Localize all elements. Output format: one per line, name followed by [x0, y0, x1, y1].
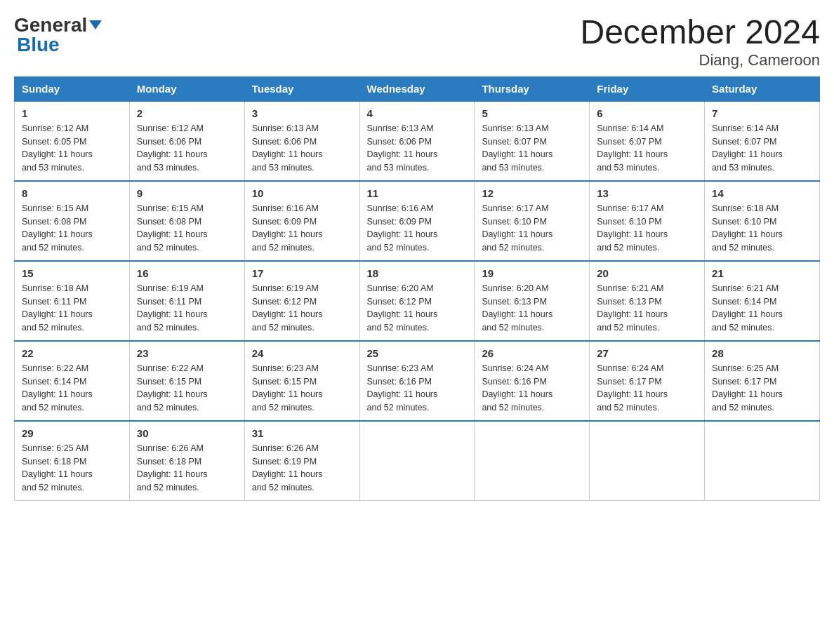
day-number: 7: [712, 107, 812, 119]
table-row: 7 Sunrise: 6:14 AM Sunset: 6:07 PM Dayli…: [705, 101, 820, 181]
table-row: 8 Sunrise: 6:15 AM Sunset: 6:08 PM Dayli…: [15, 181, 130, 261]
day-number: 27: [597, 347, 697, 359]
table-row: 14 Sunrise: 6:18 AM Sunset: 6:10 PM Dayl…: [705, 181, 820, 261]
col-saturday: Saturday: [705, 76, 820, 101]
day-number: 14: [712, 187, 812, 199]
page-subtitle: Diang, Cameroon: [580, 51, 820, 69]
day-info: Sunrise: 6:26 AM Sunset: 6:18 PM Dayligh…: [137, 442, 237, 495]
table-row: 25 Sunrise: 6:23 AM Sunset: 6:16 PM Dayl…: [359, 341, 475, 421]
day-number: 4: [367, 107, 468, 119]
table-row: [359, 421, 475, 501]
page-title: December 2024: [580, 14, 820, 51]
day-number: 2: [137, 107, 237, 119]
calendar-week-row: 1 Sunrise: 6:12 AM Sunset: 6:05 PM Dayli…: [15, 101, 820, 181]
table-row: 10 Sunrise: 6:16 AM Sunset: 6:09 PM Dayl…: [244, 181, 359, 261]
table-row: 16 Sunrise: 6:19 AM Sunset: 6:11 PM Dayl…: [129, 261, 244, 341]
day-number: 3: [252, 107, 352, 119]
table-row: 5 Sunrise: 6:13 AM Sunset: 6:07 PM Dayli…: [475, 101, 590, 181]
day-number: 1: [22, 107, 122, 119]
day-number: 10: [252, 187, 352, 199]
table-row: 26 Sunrise: 6:24 AM Sunset: 6:16 PM Dayl…: [475, 341, 590, 421]
day-number: 21: [712, 267, 812, 279]
table-row: 4 Sunrise: 6:13 AM Sunset: 6:06 PM Dayli…: [359, 101, 475, 181]
table-row: 17 Sunrise: 6:19 AM Sunset: 6:12 PM Dayl…: [244, 261, 359, 341]
day-info: Sunrise: 6:16 AM Sunset: 6:09 PM Dayligh…: [367, 202, 468, 255]
day-info: Sunrise: 6:19 AM Sunset: 6:11 PM Dayligh…: [137, 282, 237, 335]
day-info: Sunrise: 6:12 AM Sunset: 6:06 PM Dayligh…: [137, 122, 237, 175]
table-row: 23 Sunrise: 6:22 AM Sunset: 6:15 PM Dayl…: [129, 341, 244, 421]
day-number: 5: [482, 107, 582, 119]
calendar-week-row: 22 Sunrise: 6:22 AM Sunset: 6:14 PM Dayl…: [15, 341, 820, 421]
day-number: 6: [597, 107, 697, 119]
table-row: 29 Sunrise: 6:25 AM Sunset: 6:18 PM Dayl…: [15, 421, 130, 501]
table-row: 30 Sunrise: 6:26 AM Sunset: 6:18 PM Dayl…: [129, 421, 244, 501]
table-row: 9 Sunrise: 6:15 AM Sunset: 6:08 PM Dayli…: [129, 181, 244, 261]
day-number: 30: [137, 427, 237, 439]
col-sunday: Sunday: [15, 76, 130, 101]
day-number: 24: [252, 347, 352, 359]
day-number: 26: [482, 347, 582, 359]
table-row: 2 Sunrise: 6:12 AM Sunset: 6:06 PM Dayli…: [129, 101, 244, 181]
calendar-week-row: 29 Sunrise: 6:25 AM Sunset: 6:18 PM Dayl…: [15, 421, 820, 501]
day-info: Sunrise: 6:13 AM Sunset: 6:06 PM Dayligh…: [252, 122, 352, 175]
table-row: 21 Sunrise: 6:21 AM Sunset: 6:14 PM Dayl…: [705, 261, 820, 341]
day-number: 17: [252, 267, 352, 279]
day-number: 18: [367, 267, 468, 279]
table-row: 27 Sunrise: 6:24 AM Sunset: 6:17 PM Dayl…: [590, 341, 705, 421]
day-info: Sunrise: 6:20 AM Sunset: 6:12 PM Dayligh…: [367, 282, 468, 335]
table-row: [590, 421, 705, 501]
page-header: General Blue December 2024 Diang, Camero…: [14, 14, 820, 69]
day-info: Sunrise: 6:23 AM Sunset: 6:15 PM Dayligh…: [252, 362, 352, 415]
table-row: 1 Sunrise: 6:12 AM Sunset: 6:05 PM Dayli…: [15, 101, 130, 181]
day-info: Sunrise: 6:14 AM Sunset: 6:07 PM Dayligh…: [712, 122, 812, 175]
day-number: 13: [597, 187, 697, 199]
day-info: Sunrise: 6:12 AM Sunset: 6:05 PM Dayligh…: [22, 122, 122, 175]
day-info: Sunrise: 6:18 AM Sunset: 6:10 PM Dayligh…: [712, 202, 812, 255]
day-number: 12: [482, 187, 582, 199]
day-info: Sunrise: 6:15 AM Sunset: 6:08 PM Dayligh…: [137, 202, 237, 255]
day-number: 16: [137, 267, 237, 279]
day-info: Sunrise: 6:19 AM Sunset: 6:12 PM Dayligh…: [252, 282, 352, 335]
table-row: 22 Sunrise: 6:22 AM Sunset: 6:14 PM Dayl…: [15, 341, 130, 421]
table-row: 3 Sunrise: 6:13 AM Sunset: 6:06 PM Dayli…: [244, 101, 359, 181]
col-monday: Monday: [129, 76, 244, 101]
col-tuesday: Tuesday: [244, 76, 359, 101]
logo: General Blue: [14, 14, 102, 56]
day-info: Sunrise: 6:17 AM Sunset: 6:10 PM Dayligh…: [597, 202, 697, 255]
day-number: 15: [22, 267, 122, 279]
day-number: 22: [22, 347, 122, 359]
calendar-week-row: 8 Sunrise: 6:15 AM Sunset: 6:08 PM Dayli…: [15, 181, 820, 261]
day-number: 31: [252, 427, 352, 439]
calendar-table: Sunday Monday Tuesday Wednesday Thursday…: [14, 76, 820, 501]
table-row: 24 Sunrise: 6:23 AM Sunset: 6:15 PM Dayl…: [244, 341, 359, 421]
col-wednesday: Wednesday: [359, 76, 475, 101]
day-number: 20: [597, 267, 697, 279]
logo-triangle-icon: [89, 20, 102, 29]
day-info: Sunrise: 6:13 AM Sunset: 6:07 PM Dayligh…: [482, 122, 582, 175]
day-info: Sunrise: 6:18 AM Sunset: 6:11 PM Dayligh…: [22, 282, 122, 335]
day-info: Sunrise: 6:21 AM Sunset: 6:13 PM Dayligh…: [597, 282, 697, 335]
day-info: Sunrise: 6:24 AM Sunset: 6:17 PM Dayligh…: [597, 362, 697, 415]
table-row: 12 Sunrise: 6:17 AM Sunset: 6:10 PM Dayl…: [475, 181, 590, 261]
day-info: Sunrise: 6:25 AM Sunset: 6:17 PM Dayligh…: [712, 362, 812, 415]
table-row: 20 Sunrise: 6:21 AM Sunset: 6:13 PM Dayl…: [590, 261, 705, 341]
table-row: 31 Sunrise: 6:26 AM Sunset: 6:19 PM Dayl…: [244, 421, 359, 501]
day-number: 25: [367, 347, 468, 359]
day-number: 23: [137, 347, 237, 359]
day-number: 28: [712, 347, 812, 359]
day-number: 19: [482, 267, 582, 279]
day-info: Sunrise: 6:16 AM Sunset: 6:09 PM Dayligh…: [252, 202, 352, 255]
table-row: 6 Sunrise: 6:14 AM Sunset: 6:07 PM Dayli…: [590, 101, 705, 181]
table-row: 18 Sunrise: 6:20 AM Sunset: 6:12 PM Dayl…: [359, 261, 475, 341]
day-number: 9: [137, 187, 237, 199]
table-row: 28 Sunrise: 6:25 AM Sunset: 6:17 PM Dayl…: [705, 341, 820, 421]
day-number: 29: [22, 427, 122, 439]
day-info: Sunrise: 6:22 AM Sunset: 6:14 PM Dayligh…: [22, 362, 122, 415]
day-info: Sunrise: 6:20 AM Sunset: 6:13 PM Dayligh…: [482, 282, 582, 335]
day-info: Sunrise: 6:23 AM Sunset: 6:16 PM Dayligh…: [367, 362, 468, 415]
title-block: December 2024 Diang, Cameroon: [580, 14, 820, 69]
day-number: 11: [367, 187, 468, 199]
table-row: 15 Sunrise: 6:18 AM Sunset: 6:11 PM Dayl…: [15, 261, 130, 341]
col-thursday: Thursday: [475, 76, 590, 101]
table-row: 13 Sunrise: 6:17 AM Sunset: 6:10 PM Dayl…: [590, 181, 705, 261]
